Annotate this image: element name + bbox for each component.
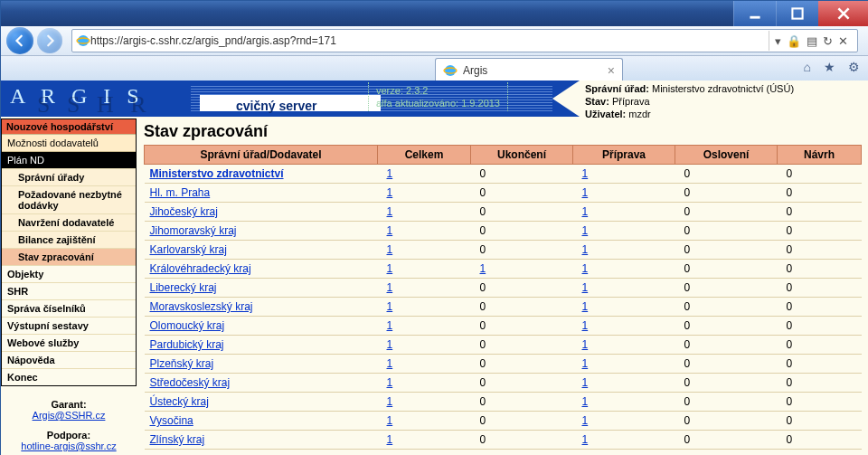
- value-link[interactable]: 1: [387, 281, 393, 294]
- value-link[interactable]: 1: [387, 167, 393, 180]
- office-link[interactable]: Liberecký kraj: [150, 281, 217, 294]
- value-link[interactable]: 1: [582, 243, 589, 256]
- compat-icon[interactable]: ▤: [807, 35, 817, 47]
- cell-value: 0: [471, 374, 573, 393]
- nav-back-button[interactable]: [6, 27, 33, 54]
- sidebar-item-shr[interactable]: SHR: [2, 282, 136, 299]
- sidebar-item-plan[interactable]: Plán ND: [2, 151, 136, 168]
- refresh-icon[interactable]: ↻: [823, 35, 833, 47]
- url-input[interactable]: [90, 34, 769, 47]
- sidebar-sub-spravni[interactable]: Správní úřady: [2, 168, 136, 185]
- office-link[interactable]: Ministerstvo zdravotnictví: [150, 167, 284, 180]
- sidebar-item-moznosti[interactable]: Možnosti dodavatelů: [2, 134, 136, 151]
- tools-icon[interactable]: ⚙: [848, 60, 860, 74]
- address-bar[interactable]: ▾ 🔒 ▤ ↻ ✕: [71, 29, 858, 52]
- sidebar-item-web[interactable]: Webové služby: [2, 334, 136, 351]
- cell-value: 0: [778, 336, 862, 355]
- table-row: Liberecký kraj10100: [145, 279, 862, 298]
- office-link[interactable]: Vysočina: [150, 414, 193, 427]
- th-celkem: Celkem: [378, 146, 471, 165]
- value-link[interactable]: 1: [582, 319, 589, 332]
- value-link[interactable]: 1: [582, 281, 589, 294]
- value-link[interactable]: 1: [582, 433, 589, 446]
- banner-logo-area: S S H R A R G I S cvičný server verze: 2…: [1, 81, 580, 117]
- value-link[interactable]: 1: [387, 395, 393, 408]
- sidebar-sub-navrzeni[interactable]: Navržení dodavatelé: [2, 213, 136, 231]
- value-link[interactable]: 1: [387, 376, 393, 389]
- table-row: Hl. m. Praha10100: [145, 184, 862, 203]
- value-link[interactable]: 1: [387, 433, 393, 446]
- office-link[interactable]: Středočeský kraj: [150, 376, 231, 389]
- office-link[interactable]: Pardubický kraj: [150, 338, 224, 351]
- window-minimize-button[interactable]: [733, 1, 776, 26]
- office-link[interactable]: Plzeňský kraj: [150, 357, 214, 370]
- cell-value: 0: [778, 317, 862, 336]
- cell-value: 0: [778, 431, 862, 450]
- value-link[interactable]: 1: [582, 338, 589, 351]
- value-link[interactable]: 1: [582, 300, 589, 313]
- info-state-value: Příprava: [612, 96, 650, 107]
- sidebar-item-konec[interactable]: Konec: [2, 368, 136, 385]
- sidebar-item-objekty[interactable]: Objekty: [2, 265, 136, 282]
- value-link[interactable]: 1: [387, 205, 393, 218]
- sidebar-item-napoveda[interactable]: Nápověda: [2, 351, 136, 368]
- sidebar-sub-stav[interactable]: Stav zpracování: [2, 248, 136, 265]
- cell-value: 0: [471, 203, 573, 222]
- sidebar-sub-bilance[interactable]: Bilance zajištění: [2, 231, 136, 248]
- sidebar-sub-pozadovane[interactable]: Požadované nezbytné dodávky: [2, 185, 136, 213]
- stop-icon[interactable]: ✕: [838, 35, 848, 47]
- dropdown-icon[interactable]: ▾: [775, 35, 781, 47]
- office-link[interactable]: Hl. m. Praha: [150, 186, 211, 199]
- podpora-link[interactable]: hotline-argis@sshr.cz: [21, 441, 116, 451]
- svg-point-4: [445, 65, 456, 76]
- value-link[interactable]: 1: [582, 167, 589, 180]
- cell-value: 0: [778, 355, 862, 374]
- value-link[interactable]: 1: [387, 338, 393, 351]
- value-link[interactable]: 1: [387, 186, 393, 199]
- office-link[interactable]: Královéhradecký kraj: [150, 262, 251, 275]
- sidebar-item-vystup[interactable]: Výstupní sestavy: [2, 317, 136, 334]
- office-link[interactable]: Karlovarský kraj: [150, 243, 227, 256]
- status-table: Správní úřad/Dodavatel Celkem Ukončení P…: [144, 145, 862, 450]
- favorites-icon[interactable]: ★: [824, 60, 835, 74]
- window-close-button[interactable]: [818, 1, 868, 26]
- cell-value: 0: [778, 203, 862, 222]
- value-link[interactable]: 1: [582, 262, 589, 275]
- value-link[interactable]: 1: [582, 186, 589, 199]
- value-link[interactable]: 1: [582, 376, 589, 389]
- office-link[interactable]: Ústecký kraj: [150, 395, 209, 408]
- value-link[interactable]: 1: [582, 414, 589, 427]
- tab-close-icon[interactable]: ×: [608, 63, 615, 78]
- value-link[interactable]: 1: [387, 224, 393, 237]
- value-link[interactable]: 1: [582, 395, 589, 408]
- sidebar-item-sprava[interactable]: Správa číselníků: [2, 299, 136, 317]
- cell-value: 0: [471, 431, 573, 450]
- value-link[interactable]: 1: [387, 319, 393, 332]
- th-priprava: Příprava: [573, 146, 675, 165]
- value-link[interactable]: 1: [387, 414, 393, 427]
- cell-value: 0: [471, 317, 573, 336]
- office-link[interactable]: Olomoucký kraj: [150, 319, 225, 332]
- browser-tab[interactable]: Argis ×: [435, 58, 623, 81]
- nav-forward-button[interactable]: [37, 28, 62, 53]
- value-link[interactable]: 1: [582, 357, 589, 370]
- sidebar-footer: Garant: Argis@SSHR.cz Podpora: hotline-a…: [1, 399, 137, 451]
- value-link[interactable]: 1: [582, 205, 589, 218]
- value-link[interactable]: 1: [387, 357, 393, 370]
- value-link[interactable]: 1: [387, 300, 393, 313]
- cell-value: 1: [378, 184, 471, 203]
- office-link[interactable]: Zlínský kraj: [150, 433, 205, 446]
- office-link[interactable]: Jihočeský kraj: [150, 205, 218, 218]
- garant-link[interactable]: Argis@SSHR.cz: [33, 410, 106, 421]
- value-link[interactable]: 1: [582, 224, 589, 237]
- office-link[interactable]: Moravskoslezský kraj: [150, 300, 253, 313]
- table-row: Jihomoravský kraj10100: [145, 222, 862, 241]
- value-link[interactable]: 1: [387, 262, 393, 275]
- home-icon[interactable]: ⌂: [804, 60, 811, 74]
- cell-value: 1: [378, 260, 471, 279]
- office-link[interactable]: Jihomoravský kraj: [150, 224, 237, 237]
- value-link[interactable]: 1: [480, 262, 486, 275]
- window-maximize-button[interactable]: [776, 1, 818, 26]
- value-link[interactable]: 1: [387, 243, 393, 256]
- table-row: Zlínský kraj10100: [145, 431, 862, 450]
